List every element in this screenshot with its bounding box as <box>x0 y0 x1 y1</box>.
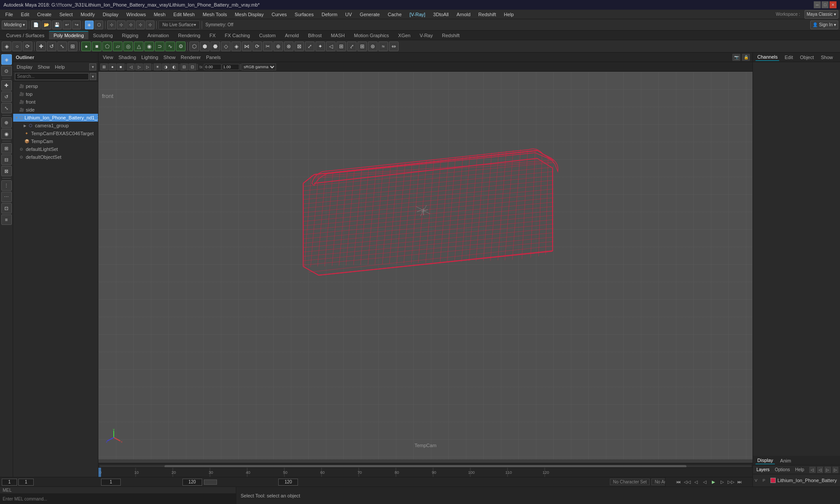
menu-redshift[interactable]: Redshift <box>475 11 499 18</box>
tool-mirror[interactable]: ⇔ <box>389 42 399 51</box>
no-char-set-btn[interactable]: No Character Set <box>610 479 650 485</box>
menu-curves[interactable]: Curves <box>268 11 290 18</box>
da-tab-display[interactable]: Display <box>756 457 775 464</box>
snap5[interactable]: ⊹ <box>146 21 154 29</box>
tool-snap-grid[interactable]: ⋮ <box>1 180 12 191</box>
tool-snap-point[interactable]: ⊡ <box>1 203 12 214</box>
tool-sphere[interactable]: ● <box>81 42 91 51</box>
snap3[interactable]: ⊹ <box>126 21 135 29</box>
undo-btn[interactable]: ↩ <box>63 21 71 29</box>
tool-extrude[interactable]: ⬡ <box>189 42 199 51</box>
menu-display[interactable]: Display <box>99 11 122 18</box>
menu-edit-mesh[interactable]: Edit Mesh <box>170 11 198 18</box>
vp-btn-next[interactable]: ▷ <box>144 63 151 70</box>
sign-in-btn[interactable]: 👤 Sign In ▾ <box>810 21 838 29</box>
tool-loop[interactable]: ⟳ <box>252 42 262 51</box>
menu-deform[interactable]: Deform <box>318 11 341 18</box>
outliner-options-btn[interactable]: ▾ <box>89 63 96 70</box>
vp-btn-prev[interactable]: ◁ <box>127 63 135 70</box>
vp-menu-show[interactable]: Show <box>162 55 178 60</box>
workspace-dropdown[interactable]: Maya Classic ▾ <box>805 10 838 19</box>
lst-help[interactable]: Help <box>793 467 806 472</box>
tool-layout2[interactable]: ⊟ <box>1 154 12 165</box>
layer-p-checkbox[interactable]: P <box>763 478 769 483</box>
layer-item-battery[interactable]: V P Lithium_Ion_Phone_Battery <box>755 476 838 485</box>
tool-smooth[interactable]: ≈ <box>378 42 388 51</box>
layer-end-btn[interactable]: ▷ <box>833 467 838 473</box>
vp-menu-shading[interactable]: Shading <box>117 55 138 60</box>
outliner-menu-help[interactable]: Help <box>53 64 67 70</box>
tab-sculpting[interactable]: Sculpting <box>89 32 117 39</box>
tool-helix[interactable]: ∿ <box>165 42 175 51</box>
tab-custom[interactable]: Custom <box>255 32 280 39</box>
tool-boolean[interactable]: ⊛ <box>368 42 378 51</box>
menu-help[interactable]: Help <box>500 11 518 18</box>
tab-motion-graphics[interactable]: Motion Graphics <box>350 32 393 39</box>
open-btn[interactable]: 📂 <box>42 21 51 29</box>
tab-bifrost[interactable]: Bifrost <box>304 32 326 39</box>
tool-show-manip[interactable]: ⊕ <box>1 117 12 128</box>
anim-start-input[interactable] <box>101 479 121 486</box>
tool-layout3[interactable]: ⊠ <box>1 166 12 176</box>
new-btn[interactable]: 📄 <box>31 21 41 29</box>
tool-snap-curve[interactable]: ⋯ <box>1 192 12 202</box>
menu-generate[interactable]: Generate <box>356 11 383 18</box>
tab-rendering[interactable]: Rendering <box>174 32 205 39</box>
tab-fx[interactable]: FX <box>205 32 220 39</box>
pb-play-fwd[interactable]: ▶ <box>710 479 718 486</box>
outliner-item-battery-group[interactable]: ▼ ⬡ Lithium_Ion_Phone_Battery_nd1_1 <box>13 114 98 122</box>
tool-transform[interactable]: ⊞ <box>68 42 77 51</box>
snap2[interactable]: ⊹ <box>117 21 126 29</box>
tab-vray[interactable]: V-Ray <box>415 32 437 39</box>
tool-circle[interactable]: ○ <box>12 42 22 51</box>
layer-next-btn[interactable]: ▷ <box>825 467 830 473</box>
outliner-item-default-light-set[interactable]: ⊙ defaultLightSet <box>13 145 98 153</box>
vp-btn-flat[interactable]: ■ <box>117 63 125 70</box>
tool-rotate[interactable]: ↺ <box>47 42 56 51</box>
tool-flip[interactable]: ⤢ <box>305 42 315 51</box>
outliner-search-input[interactable] <box>15 73 89 80</box>
outliner-item-default-object-set[interactable]: ⊙ defaultObjectSet <box>13 153 98 161</box>
menu-mesh-tools[interactable]: Mesh Tools <box>199 11 230 18</box>
pb-step-fwd[interactable]: ▷▷ <box>727 479 735 486</box>
vp-translate-y[interactable] <box>222 64 239 70</box>
outliner-menu-display[interactable]: Display <box>15 64 34 70</box>
lasso-btn[interactable]: ⬡ <box>94 21 103 29</box>
pb-goto-start[interactable]: ⏮ <box>675 479 682 486</box>
vp-btn-ao[interactable]: ◐ <box>170 63 178 70</box>
menu-windows[interactable]: Windows <box>123 11 150 18</box>
menu-file[interactable]: File <box>2 11 17 18</box>
tab-redshift[interactable]: Redshift <box>438 32 464 39</box>
vp-btn-smooth[interactable]: ● <box>108 63 116 70</box>
tool-bridge[interactable]: ⬢ <box>200 42 210 51</box>
snap1[interactable]: ⊹ <box>107 21 116 29</box>
vp-btn-grid[interactable]: ⊟ <box>180 63 188 70</box>
pb-prev-frame[interactable]: ◁ <box>692 479 700 486</box>
outliner-search-btn[interactable]: ▾ <box>90 73 96 80</box>
menu-arnold[interactable]: Arnold <box>453 11 474 18</box>
tool-merge[interactable]: ⬣ <box>210 42 220 51</box>
tool-bevel[interactable]: ◇ <box>221 42 231 51</box>
tool-scale-left[interactable]: ⤡ <box>1 103 12 113</box>
menu-surfaces[interactable]: Surfaces <box>291 11 317 18</box>
maximize-button[interactable]: □ <box>822 1 829 8</box>
tool-soft-mod[interactable]: ◉ <box>1 129 12 139</box>
tool-cylinder[interactable]: ⬠ <box>102 42 112 51</box>
tool-crease[interactable]: ⋈ <box>242 42 252 51</box>
vp-menu-lighting[interactable]: Lighting <box>140 55 160 60</box>
rs-tab-channels[interactable]: Channels <box>756 53 779 61</box>
tab-xgen[interactable]: XGen <box>394 32 415 39</box>
tab-animation[interactable]: Animation <box>143 32 173 39</box>
tool-extract[interactable]: ⤤ <box>347 42 357 51</box>
tab-arnold[interactable]: Arnold <box>280 32 303 39</box>
vp-btn-wireframe[interactable]: ⊞ <box>100 63 108 70</box>
menu-edit[interactable]: Edit <box>18 11 33 18</box>
layer-add-btn[interactable]: ◁ <box>809 467 815 473</box>
tab-mash[interactable]: MASH <box>326 32 349 39</box>
close-button[interactable]: ✕ <box>830 1 836 8</box>
tool-select-left[interactable]: ◈ <box>1 54 12 65</box>
vp-btn-shadows[interactable]: ◑ <box>162 63 170 70</box>
outliner-item-front[interactable]: 🎥 front <box>13 98 98 106</box>
tab-rigging[interactable]: Rigging <box>118 32 143 39</box>
tool-scale[interactable]: ⤡ <box>57 42 67 51</box>
